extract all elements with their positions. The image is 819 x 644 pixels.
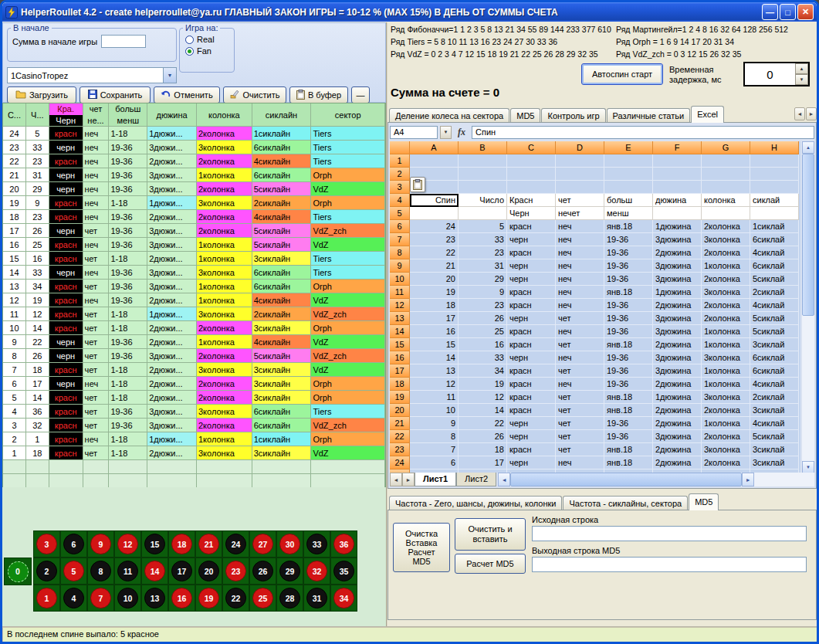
roulette-number-6[interactable]: 6 <box>63 534 84 554</box>
excel-cell-G3[interactable] <box>702 181 750 194</box>
cell-dozen[interactable]: 2дюжи... <box>147 210 197 224</box>
roulette-number-1[interactable]: 1 <box>36 588 57 608</box>
excel-row-header-24[interactable]: 24 <box>390 456 410 469</box>
delay-up-button[interactable]: ▲ <box>795 63 808 74</box>
cell-sixline[interactable]: 6сиклайн <box>252 266 312 280</box>
sheet-nav-right-icon[interactable]: ► <box>402 473 415 486</box>
excel-cell-A20[interactable]: 10 <box>410 404 459 417</box>
cell-sector[interactable]: Orph <box>311 377 385 391</box>
cell-dozen[interactable]: 2дюжи... <box>147 391 197 405</box>
excel-cell-G6[interactable]: 2колонка <box>702 220 750 233</box>
cell-dozen[interactable]: 1дюжи... <box>147 432 197 446</box>
cell-range[interactable]: 19-36 <box>109 335 147 349</box>
excel-cell-G22[interactable]: 2колонка <box>702 430 750 443</box>
roulette-number-33[interactable]: 33 <box>306 534 327 554</box>
table-row[interactable]: 1112краснчет1-181дюжи...3колонка2сиклайн… <box>3 307 385 321</box>
excel-cell-C23[interactable]: красн <box>507 443 556 456</box>
excel-cell-C1[interactable] <box>507 154 556 168</box>
excel-cell-C2[interactable] <box>507 168 556 181</box>
cell-dozen[interactable]: 2дюжи... <box>147 377 197 391</box>
excel-cell-D1[interactable] <box>556 154 604 168</box>
cell-range[interactable]: 1-18 <box>109 446 147 460</box>
excel-cell-C5[interactable]: Черн <box>507 207 556 220</box>
table-row[interactable]: 2223красннеч19-362дюжи...2колонка4сиклай… <box>3 154 385 168</box>
excel-cell-F21[interactable]: 2дюжина <box>653 417 702 430</box>
excel-cell-B4[interactable]: Число <box>459 194 507 207</box>
cell-dozen[interactable]: 2дюжи... <box>147 252 197 266</box>
column-header[interactable]: Ч... <box>26 103 49 127</box>
excel-cell-G19[interactable]: 3колонка <box>702 391 750 404</box>
cell-spin[interactable]: 7 <box>3 363 26 377</box>
cell-column[interactable]: 2колонка <box>197 349 252 363</box>
excel-cell-E18[interactable]: 19-36 <box>604 378 653 391</box>
roulette-cell-23[interactable]: 23 <box>222 558 249 585</box>
excel-cell-B3[interactable] <box>459 181 507 194</box>
roulette-cell-10[interactable]: 10 <box>114 585 141 612</box>
excel-cell-D4[interactable]: чет <box>556 194 604 207</box>
cell-parity[interactable]: чет <box>83 252 110 266</box>
cell-sixline[interactable]: 6сиклайн <box>252 280 312 293</box>
radio-icon[interactable] <box>185 47 194 56</box>
roulette-number-20[interactable]: 20 <box>198 561 219 581</box>
excel-cell-C4[interactable]: Красн <box>507 194 556 207</box>
copy-buffer-button[interactable]: В буфер <box>289 86 348 103</box>
cell-range[interactable]: 19-36 <box>109 182 147 196</box>
excel-cell-A16[interactable]: 14 <box>410 351 459 364</box>
empty-cell[interactable] <box>26 474 49 488</box>
cell-spin[interactable]: 18 <box>3 210 26 224</box>
cell-number[interactable]: 34 <box>26 280 49 293</box>
excel-cell-E15[interactable]: янв.18 <box>604 338 653 351</box>
cell-column[interactable]: 2колонка <box>197 210 252 224</box>
excel-cell-C19[interactable]: красн <box>507 391 556 404</box>
roulette-cell-6[interactable]: 6 <box>60 530 87 558</box>
excel-cell-B11[interactable]: 9 <box>459 286 507 299</box>
cell-number[interactable]: 14 <box>26 321 49 335</box>
cell-parity[interactable]: чет <box>83 349 110 363</box>
excel-row-header-20[interactable]: 20 <box>390 404 410 417</box>
cell-range[interactable]: 1-18 <box>109 377 147 391</box>
cell-range[interactable]: 1-18 <box>109 196 147 210</box>
excel-cell-C3[interactable] <box>507 181 556 194</box>
excel-cell-F16[interactable]: 3дюжина <box>653 351 702 364</box>
roulette-cell-18[interactable]: 18 <box>168 530 195 558</box>
excel-cell-E12[interactable]: 19-36 <box>604 299 653 312</box>
cell-number[interactable]: 22 <box>26 335 49 349</box>
roulette-number-4[interactable]: 4 <box>63 588 84 608</box>
table-row[interactable]: 617черннеч1-182дюжи...2колонка3сиклайнOr… <box>3 377 385 391</box>
excel-col-header-D[interactable]: D <box>556 141 604 154</box>
excel-cell-F19[interactable]: 1дюжина <box>653 391 702 404</box>
cell-spin[interactable]: 14 <box>3 266 26 280</box>
cell-parity[interactable]: неч <box>83 210 110 224</box>
cell-color[interactable]: черн <box>49 335 83 349</box>
cell-sector[interactable]: VdZ <box>311 363 385 377</box>
cell-sector[interactable]: Orph <box>311 196 385 210</box>
excel-cell-C16[interactable]: черн <box>507 351 556 364</box>
clear-insert-button[interactable]: Очистить и вставить <box>455 518 526 551</box>
excel-cell-F18[interactable]: 2дюжина <box>653 378 702 391</box>
cell-range[interactable]: 19-36 <box>109 238 147 252</box>
excel-cell-A11[interactable]: 19 <box>410 286 459 299</box>
excel-cell-C11[interactable]: красн <box>507 286 556 299</box>
excel-cell-H17[interactable]: 6сиклай <box>750 364 799 378</box>
cell-color[interactable]: черн <box>49 377 83 391</box>
cell-sector[interactable]: VdZ_zch <box>311 419 385 432</box>
excel-cell-G4[interactable]: колонка <box>702 194 750 207</box>
empty-cell[interactable] <box>197 474 252 488</box>
cell-parity[interactable]: чет <box>83 363 110 377</box>
cell-spin[interactable]: 20 <box>3 182 26 196</box>
bottom-tab-2[interactable]: MD5 <box>689 493 719 510</box>
cell-number[interactable]: 29 <box>26 182 49 196</box>
empty-cell[interactable] <box>311 460 385 474</box>
excel-cell-D6[interactable]: неч <box>556 220 604 233</box>
cell-color[interactable]: красн <box>49 307 83 321</box>
roulette-number-28[interactable]: 28 <box>279 588 300 608</box>
excel-cell-H24[interactable]: 3сиклай <box>750 456 799 469</box>
cell-spin[interactable]: 5 <box>3 391 26 405</box>
cell-sixline[interactable]: 3сиклайн <box>252 391 312 405</box>
roulette-number-13[interactable]: 13 <box>144 588 165 608</box>
cell-color[interactable]: красн <box>49 210 83 224</box>
cell-range[interactable]: 1-18 <box>109 432 147 446</box>
cell-range[interactable]: 1-18 <box>109 127 147 141</box>
roulette-cell-22[interactable]: 22 <box>222 585 249 612</box>
excel-cell-H18[interactable]: 4сиклай <box>750 378 799 391</box>
